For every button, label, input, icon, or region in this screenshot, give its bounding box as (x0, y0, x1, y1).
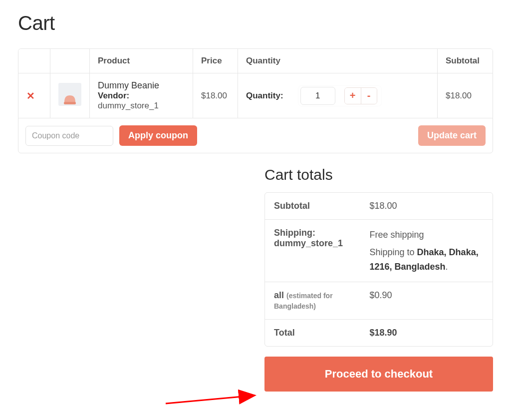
product-vendor: dummy_store_1 (98, 101, 159, 110)
totals-shipping-method: Free shipping (370, 228, 484, 242)
totals-tax-value: $0.90 (361, 282, 493, 320)
quantity-label: Quantity: (246, 91, 283, 101)
cart-totals-title: Cart totals (264, 166, 493, 183)
quantity-input[interactable] (300, 87, 335, 105)
totals-tax-label: all (274, 290, 284, 300)
beanie-icon (62, 91, 77, 106)
update-cart-button[interactable]: Update cart (418, 125, 486, 146)
cart-table: Product Price Quantity Subtotal ✕ (18, 48, 493, 153)
proceed-to-checkout-button[interactable]: Proceed to checkout (264, 357, 493, 392)
col-header-remove (18, 49, 50, 73)
totals-total-label: Total (265, 320, 361, 346)
svg-rect-0 (64, 102, 76, 104)
col-header-thumb (50, 49, 90, 73)
cart-totals-table: Subtotal $18.00 Shipping: dummy_store_1 … (264, 192, 493, 347)
totals-subtotal-value: $18.00 (361, 193, 493, 220)
product-vendor-label: Vendor: (98, 91, 129, 100)
apply-coupon-button[interactable]: Apply coupon (119, 125, 197, 146)
col-header-price: Price (193, 49, 238, 73)
page-title: Cart (18, 12, 493, 34)
svg-line-1 (166, 396, 254, 404)
col-header-quantity: Quantity (238, 49, 438, 73)
totals-total-value: $18.90 (361, 320, 493, 346)
quantity-increase-button[interactable]: + (345, 88, 361, 104)
product-name[interactable]: Dummy Beanie (98, 80, 185, 91)
col-header-subtotal: Subtotal (438, 49, 493, 73)
coupon-code-input[interactable] (25, 126, 113, 146)
totals-shipping-destination: Shipping to Dhaka, Dhaka, 1216, Banglade… (370, 245, 484, 274)
col-header-product: Product (90, 49, 193, 73)
quantity-stepper: + - (298, 86, 381, 106)
product-thumbnail[interactable] (58, 83, 81, 106)
quantity-decrease-button[interactable]: - (361, 88, 377, 104)
totals-subtotal-label: Subtotal (265, 193, 361, 220)
product-subtotal: $18.00 (438, 73, 493, 118)
remove-item-button[interactable]: ✕ (26, 90, 35, 102)
totals-shipping-label: Shipping: dummy_store_1 (274, 228, 352, 249)
table-row: ✕ Dummy Beanie Vendor: dummy_store_1 (18, 73, 493, 118)
product-price: $18.00 (193, 73, 238, 118)
